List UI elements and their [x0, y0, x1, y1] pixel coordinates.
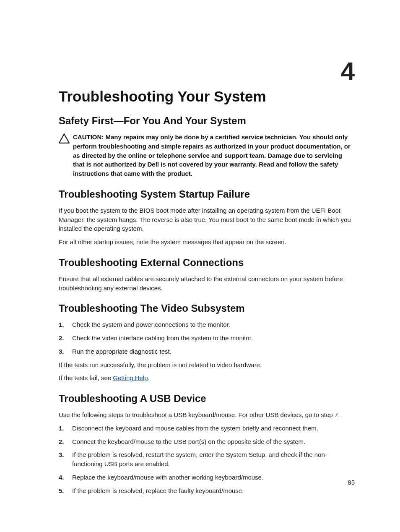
list-item: If the problem is resolved, restart the … — [59, 450, 355, 469]
getting-help-link[interactable]: Getting Help — [113, 374, 148, 381]
list-item: Check the video interface cabling from t… — [59, 334, 355, 343]
page-number: 85 — [348, 479, 355, 486]
body-text: Ensure that all external cables are secu… — [59, 274, 355, 293]
document-page: 4 Troubleshooting Your System Safety Fir… — [0, 0, 400, 532]
caution-text: CAUTION: Many repairs may only be done b… — [73, 133, 355, 178]
caution-icon — [59, 133, 70, 143]
list-item: Run the appropriate diagnostic test. — [59, 347, 355, 356]
chapter-number: 4 — [341, 59, 355, 84]
section-heading-video: Troubleshooting The Video Subsystem — [59, 303, 355, 314]
ordered-list-usb: Disconnect the keyboard and mouse cables… — [59, 424, 355, 495]
list-item: If the problem is resolved, replace the … — [59, 486, 355, 495]
section-heading-safety: Safety First—For You And Your System — [59, 115, 355, 127]
caution-label: CAUTION: — [73, 133, 106, 141]
list-item: Connect the keyboard/mouse to the USB po… — [59, 437, 355, 446]
body-text: If you boot the system to the BIOS boot … — [59, 206, 355, 233]
body-text: Use the following steps to troubleshoot … — [59, 410, 355, 420]
text-fragment: If the tests fail, see — [59, 374, 113, 381]
svg-marker-0 — [59, 134, 69, 143]
list-item: Check the system and power connections t… — [59, 320, 355, 329]
list-item: Replace the keyboard/mouse with another … — [59, 473, 355, 482]
body-text: If the tests fail, see Getting Help. — [59, 373, 355, 383]
ordered-list-video: Check the system and power connections t… — [59, 320, 355, 356]
caution-body: Many repairs may only be done by a certi… — [73, 133, 351, 177]
section-heading-usb: Troubleshooting A USB Device — [59, 393, 355, 404]
section-heading-startup: Troubleshooting System Startup Failure — [59, 188, 355, 200]
section-heading-external: Troubleshooting External Connections — [59, 257, 355, 269]
body-text: For all other startup issues, note the s… — [59, 237, 355, 247]
body-text: If the tests run successfully, the probl… — [59, 360, 355, 370]
list-item: Disconnect the keyboard and mouse cables… — [59, 424, 355, 433]
caution-block: CAUTION: Many repairs may only be done b… — [59, 133, 355, 178]
page-title: Troubleshooting Your System — [59, 88, 355, 105]
text-fragment: . — [148, 374, 150, 381]
